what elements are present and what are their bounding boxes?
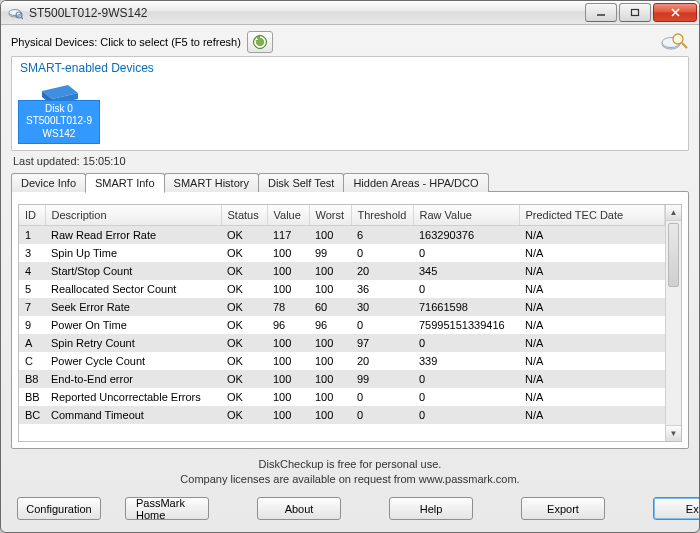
cell-raw: 0 [413, 370, 519, 388]
col-tec[interactable]: Predicted TEC Date [519, 205, 665, 226]
scroll-thumb[interactable] [668, 223, 679, 287]
cell-raw: 0 [413, 280, 519, 298]
cell-worst: 60 [309, 298, 351, 316]
col-worst[interactable]: Worst [309, 205, 351, 226]
cell-raw: 71661598 [413, 298, 519, 316]
table-row[interactable]: 7Seek Error RateOK78603071661598N/A [19, 298, 665, 316]
minimize-button[interactable] [585, 3, 617, 22]
cell-desc: Seek Error Rate [45, 298, 221, 316]
cell-value: 100 [267, 334, 309, 352]
tab-smart-history[interactable]: SMART History [164, 173, 259, 192]
cell-value: 78 [267, 298, 309, 316]
smart-table-wrap: ID Description Status Value Worst Thresh… [18, 204, 682, 442]
tab-smart-info[interactable]: SMART Info [85, 173, 165, 193]
vertical-scrollbar[interactable]: ▲ ▼ [665, 205, 681, 441]
cell-raw: 339 [413, 352, 519, 370]
cell-value: 100 [267, 262, 309, 280]
table-row[interactable]: 1Raw Read Error RateOK1171006163290376N/… [19, 226, 665, 245]
cell-desc: Raw Read Error Rate [45, 226, 221, 245]
cell-raw: 75995151339416 [413, 316, 519, 334]
table-header-row: ID Description Status Value Worst Thresh… [19, 205, 665, 226]
cell-status: OK [221, 226, 267, 245]
cell-value: 100 [267, 280, 309, 298]
cell-id: 9 [19, 316, 45, 334]
cell-tec: N/A [519, 388, 665, 406]
cell-status: OK [221, 370, 267, 388]
tab-panel-smart-info: ID Description Status Value Worst Thresh… [11, 191, 689, 449]
configuration-button[interactable]: Configuration [17, 497, 101, 520]
cell-value: 117 [267, 226, 309, 245]
cell-threshold: 6 [351, 226, 413, 245]
table-row[interactable]: ASpin Retry CountOK100100970N/A [19, 334, 665, 352]
tab-device-info[interactable]: Device Info [11, 173, 86, 192]
cell-threshold: 20 [351, 352, 413, 370]
col-status[interactable]: Status [221, 205, 267, 226]
table-row[interactable]: 4Start/Stop CountOK10010020345N/A [19, 262, 665, 280]
exit-button[interactable]: Exit [653, 497, 700, 520]
cell-tec: N/A [519, 406, 665, 424]
cell-threshold: 0 [351, 244, 413, 262]
table-row[interactable]: 5Reallocated Sector CountOK100100360N/A [19, 280, 665, 298]
device-tile[interactable]: Disk 0 ST500LT012-9 WS142 [18, 100, 100, 145]
cell-desc: Spin Retry Count [45, 334, 221, 352]
tab-disk-self-test[interactable]: Disk Self Test [258, 173, 344, 192]
cell-id: 4 [19, 262, 45, 280]
cell-worst: 100 [309, 262, 351, 280]
cell-threshold: 97 [351, 334, 413, 352]
passmark-home-button[interactable]: PassMark Home [125, 497, 209, 520]
cell-value: 100 [267, 244, 309, 262]
cell-status: OK [221, 298, 267, 316]
col-id[interactable]: ID [19, 205, 45, 226]
col-value[interactable]: Value [267, 205, 309, 226]
top-strip: Physical Devices: Click to select (F5 to… [1, 25, 699, 56]
cell-id: 1 [19, 226, 45, 245]
cell-threshold: 99 [351, 370, 413, 388]
cell-status: OK [221, 316, 267, 334]
help-button[interactable]: Help [389, 497, 473, 520]
tab-hidden-areas[interactable]: Hidden Areas - HPA/DCO [343, 173, 488, 192]
close-button[interactable] [653, 3, 697, 22]
col-threshold[interactable]: Threshold [351, 205, 413, 226]
cell-status: OK [221, 244, 267, 262]
cell-worst: 100 [309, 370, 351, 388]
table-row[interactable]: B8End-to-End errorOK100100990N/A [19, 370, 665, 388]
scroll-up-icon[interactable]: ▲ [666, 205, 681, 221]
cell-id: B8 [19, 370, 45, 388]
cell-tec: N/A [519, 244, 665, 262]
cell-worst: 100 [309, 280, 351, 298]
cell-id: A [19, 334, 45, 352]
cell-id: 5 [19, 280, 45, 298]
app-icon [7, 5, 23, 21]
inspect-icon[interactable] [659, 30, 689, 54]
cell-desc: Reported Uncorrectable Errors [45, 388, 221, 406]
scroll-track[interactable] [666, 221, 681, 425]
cell-tec: N/A [519, 352, 665, 370]
table-row[interactable]: BCCommand TimeoutOK10010000N/A [19, 406, 665, 424]
refresh-button[interactable] [247, 31, 273, 53]
cell-status: OK [221, 406, 267, 424]
window-controls [583, 3, 697, 22]
cell-worst: 100 [309, 406, 351, 424]
cell-raw: 163290376 [413, 226, 519, 245]
table-row[interactable]: CPower Cycle CountOK10010020339N/A [19, 352, 665, 370]
cell-tec: N/A [519, 316, 665, 334]
cell-worst: 96 [309, 316, 351, 334]
cell-id: C [19, 352, 45, 370]
footer-line2: Company licenses are available on reques… [1, 472, 699, 487]
cell-desc: Start/Stop Count [45, 262, 221, 280]
smart-table-scroll: ID Description Status Value Worst Thresh… [19, 205, 665, 441]
export-button[interactable]: Export [521, 497, 605, 520]
devices-panel-title: SMART-enabled Devices [20, 61, 680, 75]
cell-raw: 0 [413, 334, 519, 352]
button-row: Configuration PassMark Home About Help E… [1, 491, 699, 532]
cell-worst: 100 [309, 226, 351, 245]
col-raw[interactable]: Raw Value [413, 205, 519, 226]
scroll-down-icon[interactable]: ▼ [666, 425, 681, 441]
table-row[interactable]: 3Spin Up TimeOK1009900N/A [19, 244, 665, 262]
col-description[interactable]: Description [45, 205, 221, 226]
maximize-button[interactable] [619, 3, 651, 22]
about-button[interactable]: About [257, 497, 341, 520]
table-row[interactable]: BBReported Uncorrectable ErrorsOK1001000… [19, 388, 665, 406]
last-updated: Last updated: 15:05:10 [1, 155, 699, 171]
table-row[interactable]: 9Power On TimeOK9696075995151339416N/A [19, 316, 665, 334]
